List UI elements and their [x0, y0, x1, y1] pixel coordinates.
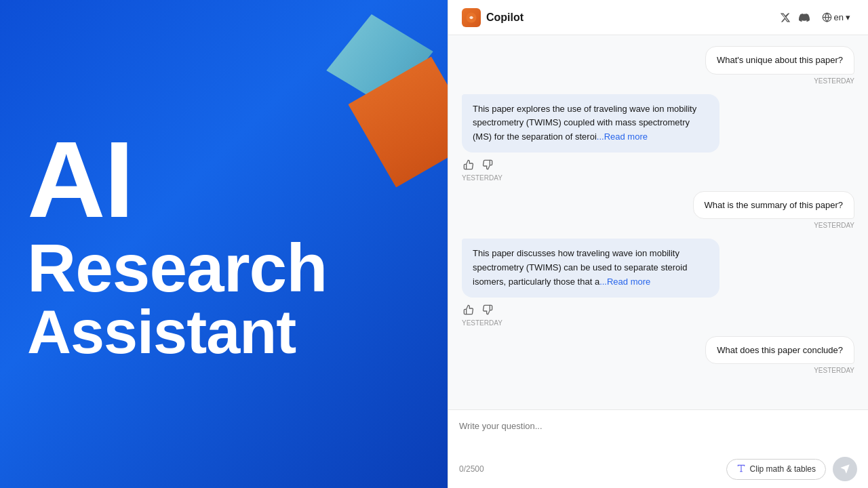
ai-actions-2 — [462, 303, 494, 317]
chevron-down-icon: ▾ — [846, 12, 850, 22]
ai-timestamp-1: YESTERDAY — [462, 174, 502, 182]
user-timestamp-3: YESTERDAY — [814, 367, 854, 374]
thumbs-down-2[interactable] — [481, 303, 494, 317]
user-bubble-3: What does this paper conclude? — [705, 336, 854, 365]
user-bubble-2: What is the summary of this paper? — [693, 191, 854, 220]
read-more-2[interactable]: ...Read more — [599, 277, 650, 287]
hero-panel: AI Research Assistant — [0, 0, 448, 488]
ai-actions-1 — [462, 158, 494, 171]
char-count: 0/2500 — [459, 464, 484, 474]
read-more-1[interactable]: ...Read more — [597, 131, 648, 142]
ai-bubble-1: This paper explores the use of traveling… — [462, 94, 719, 152]
ai-bubble-wrapper-1: This paper explores the use of traveling… — [462, 94, 719, 182]
input-actions: Clip math & tables — [726, 457, 857, 481]
user-bubble-1: What's unique about this paper? — [705, 46, 854, 75]
hero-line1: AI — [27, 125, 420, 234]
ai-timestamp-2: YESTERDAY — [462, 319, 502, 327]
copilot-logo — [462, 8, 481, 27]
clip-icon — [736, 464, 746, 475]
input-footer: 0/2500 Clip math & tables — [459, 457, 857, 481]
header-icons: en ▾ — [780, 10, 854, 24]
ai-bubble-wrapper-2: This paper discusses how traveling wave … — [462, 239, 719, 326]
user-message-text-2: What is the summary of this paper? — [705, 200, 843, 210]
hero-line2: Research — [27, 234, 420, 302]
message-ai-1: This paper explores the use of traveling… — [462, 94, 854, 182]
lang-label: en — [834, 12, 844, 22]
language-selector[interactable]: en ▾ — [818, 10, 854, 24]
message-user-2: What is the summary of this paper? YESTE… — [462, 191, 854, 230]
user-bubble-wrapper-2: What is the summary of this paper? YESTE… — [693, 191, 854, 230]
hero-text: AI Research Assistant — [27, 125, 420, 363]
chat-messages[interactable]: What's unique about this paper? YESTERDA… — [448, 35, 868, 409]
thumbs-up-2[interactable] — [462, 303, 475, 317]
brand-name: Copilot — [486, 12, 524, 24]
thumbs-down-1[interactable] — [481, 158, 494, 171]
ai-message-text-2: This paper discusses how traveling wave … — [473, 248, 687, 287]
send-button[interactable] — [833, 457, 857, 481]
message-user-1: What's unique about this paper? YESTERDA… — [462, 46, 854, 85]
clip-label: Clip math & tables — [750, 464, 816, 474]
discord-icon[interactable] — [799, 12, 810, 23]
thumbs-up-1[interactable] — [462, 158, 475, 171]
user-timestamp-1: YESTERDAY — [814, 77, 854, 85]
ai-bubble-2: This paper discusses how traveling wave … — [462, 239, 719, 297]
message-ai-2: This paper discusses how traveling wave … — [462, 239, 854, 326]
twitter-icon[interactable] — [780, 12, 791, 23]
clip-math-tables-button[interactable]: Clip math & tables — [726, 459, 826, 480]
ai-message-text-1: This paper explores the use of traveling… — [473, 104, 696, 142]
user-message-text-1: What's unique about this paper? — [717, 55, 843, 65]
chat-panel: Copilot en ▾ — [448, 0, 868, 488]
brand: Copilot — [462, 8, 524, 27]
chat-header: Copilot en ▾ — [448, 0, 868, 35]
chat-input-area: 0/2500 Clip math & tables — [448, 409, 868, 488]
hero-line3: Assistant — [27, 302, 420, 363]
user-timestamp-2: YESTERDAY — [814, 222, 854, 229]
user-bubble-wrapper-3: What does this paper conclude? YESTERDAY — [705, 336, 854, 375]
user-bubble-wrapper-1: What's unique about this paper? YESTERDA… — [705, 46, 854, 85]
message-user-3: What does this paper conclude? YESTERDAY — [462, 336, 854, 375]
user-message-text-3: What does this paper conclude? — [717, 345, 843, 355]
question-input[interactable] — [459, 417, 857, 449]
